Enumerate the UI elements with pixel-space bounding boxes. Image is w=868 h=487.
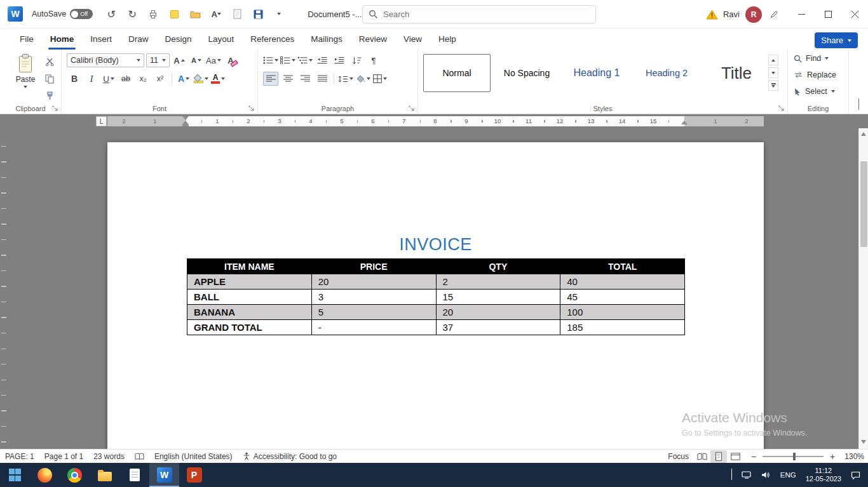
- document-page[interactable]: INVOICE ITEM NAME PRICE QTY TOTAL APPLE …: [107, 142, 764, 449]
- align-center-button[interactable]: [280, 72, 295, 86]
- style-heading2[interactable]: Heading 2: [633, 54, 700, 92]
- open-button[interactable]: [187, 5, 203, 23]
- minimize-button[interactable]: [788, 0, 815, 29]
- shrink-font-button[interactable]: A: [189, 53, 204, 67]
- search-input[interactable]: [362, 5, 596, 23]
- status-page[interactable]: PAGE: 1: [0, 452, 39, 461]
- multilevel-list-button[interactable]: [297, 53, 313, 67]
- bullets-button[interactable]: [263, 53, 278, 67]
- taskbar-firefox[interactable]: [30, 463, 60, 487]
- tab-draw[interactable]: Draw: [120, 29, 157, 50]
- font-color-button[interactable]: A: [210, 72, 226, 86]
- first-line-indent-marker[interactable]: [182, 116, 189, 120]
- paste-button[interactable]: Paste: [9, 54, 42, 101]
- web-layout-button[interactable]: [727, 450, 743, 463]
- save-button[interactable]: [250, 5, 266, 23]
- style-title[interactable]: Title: [703, 54, 770, 92]
- tab-view[interactable]: View: [395, 29, 430, 50]
- tab-mailings[interactable]: Mailings: [302, 29, 351, 50]
- highlight-button[interactable]: [166, 5, 182, 23]
- autosave-switch[interactable]: Off: [70, 9, 93, 19]
- clear-formatting-button[interactable]: A: [223, 53, 238, 67]
- table-cell[interactable]: 185: [560, 320, 685, 335]
- style-normal[interactable]: Normal: [423, 54, 491, 92]
- vertical-scrollbar[interactable]: [858, 128, 868, 449]
- tab-design[interactable]: Design: [157, 29, 200, 50]
- horizontal-ruler[interactable]: 2 1 1 2 3 4 5 6 7 8 9 10 11 12 13 14 15 …: [107, 116, 764, 126]
- avatar[interactable]: R: [745, 6, 762, 23]
- volume-button[interactable]: [761, 471, 771, 479]
- zoom-out-button[interactable]: −: [750, 451, 757, 462]
- invoice-table[interactable]: ITEM NAME PRICE QTY TOTAL APPLE 20 2 40 …: [187, 258, 685, 335]
- shading-button[interactable]: [355, 72, 370, 86]
- tab-review[interactable]: Review: [351, 29, 395, 50]
- taskbar-explorer[interactable]: [90, 463, 119, 487]
- font-tool-button[interactable]: A: [208, 5, 224, 23]
- format-painter-button[interactable]: [42, 89, 57, 103]
- subscript-button[interactable]: x₂: [135, 72, 151, 86]
- table-cell[interactable]: 2: [436, 274, 560, 290]
- new-document-button[interactable]: [229, 5, 245, 23]
- style-no-spacing[interactable]: No Spacing: [493, 54, 560, 92]
- accessibility-button[interactable]: Accessibility: Good to go: [238, 452, 342, 461]
- taskbar-word[interactable]: W: [149, 463, 179, 487]
- maximize-button[interactable]: [815, 0, 841, 29]
- styles-scroll-up-button[interactable]: [768, 55, 778, 65]
- table-cell[interactable]: BALL: [187, 290, 312, 305]
- collapse-ribbon-button[interactable]: [858, 99, 859, 110]
- font-family-select[interactable]: Calibri (Body): [67, 53, 144, 67]
- superscript-button[interactable]: x²: [153, 72, 168, 86]
- grow-font-button[interactable]: A: [172, 53, 187, 67]
- styles-more-button[interactable]: [768, 80, 778, 91]
- justify-button[interactable]: [315, 72, 330, 86]
- status-word-count[interactable]: 23 words: [88, 452, 130, 461]
- table-cell[interactable]: -: [311, 320, 436, 335]
- paragraph-dialog-launcher[interactable]: [407, 104, 415, 112]
- status-page-info[interactable]: Page 1 of 1: [39, 452, 88, 461]
- tab-layout[interactable]: Layout: [200, 29, 243, 50]
- text-effects-button[interactable]: A: [176, 72, 191, 86]
- user-name[interactable]: Ravi: [723, 10, 740, 19]
- table-cell[interactable]: 15: [436, 290, 560, 305]
- show-hide-button[interactable]: ¶: [366, 53, 381, 67]
- font-size-select[interactable]: 11: [146, 53, 170, 67]
- read-mode-button[interactable]: [694, 450, 710, 463]
- scroll-down-button[interactable]: [861, 440, 866, 444]
- table-header-cell[interactable]: ITEM NAME: [187, 259, 312, 274]
- zoom-level[interactable]: 130%: [841, 452, 864, 461]
- taskbar-notepad[interactable]: [119, 463, 149, 487]
- document-heading[interactable]: INVOICE: [107, 235, 764, 255]
- taskbar-powerpoint[interactable]: P: [179, 463, 209, 487]
- cut-button[interactable]: [42, 55, 57, 69]
- left-indent-marker[interactable]: [182, 124, 189, 126]
- highlight-color-button[interactable]: [193, 72, 208, 86]
- table-cell[interactable]: BANANA: [187, 305, 312, 320]
- line-spacing-button[interactable]: [338, 72, 353, 86]
- table-cell[interactable]: GRAND TOTAL: [187, 320, 312, 335]
- tray-expand-button[interactable]: [731, 469, 732, 481]
- undo-button[interactable]: ↺: [103, 5, 119, 23]
- table-header-cell[interactable]: QTY: [436, 259, 560, 274]
- styles-scroll-down-button[interactable]: [768, 67, 778, 78]
- language-indicator[interactable]: ENG: [780, 471, 796, 479]
- tab-insert[interactable]: Insert: [82, 29, 120, 50]
- tab-references[interactable]: References: [242, 29, 302, 50]
- clock[interactable]: 11:12 12-05-2023: [806, 467, 841, 483]
- tab-file[interactable]: File: [11, 29, 42, 50]
- align-left-button[interactable]: [263, 72, 278, 86]
- table-cell[interactable]: 5: [311, 305, 436, 320]
- tab-selector[interactable]: L: [96, 116, 107, 126]
- table-header-cell[interactable]: PRICE: [311, 259, 436, 274]
- numbering-button[interactable]: [280, 53, 295, 67]
- copy-button[interactable]: [42, 72, 57, 86]
- decrease-indent-button[interactable]: [315, 53, 330, 67]
- table-cell[interactable]: APPLE: [187, 274, 312, 290]
- replace-button[interactable]: Replace: [788, 67, 848, 83]
- edit-pen-button[interactable]: [770, 10, 779, 19]
- style-heading1[interactable]: Heading 1: [563, 54, 630, 92]
- align-right-button[interactable]: [297, 72, 313, 86]
- network-button[interactable]: [742, 471, 752, 479]
- status-language[interactable]: English (United States): [149, 452, 238, 461]
- sort-button[interactable]: [349, 53, 364, 67]
- increase-indent-button[interactable]: [332, 53, 347, 67]
